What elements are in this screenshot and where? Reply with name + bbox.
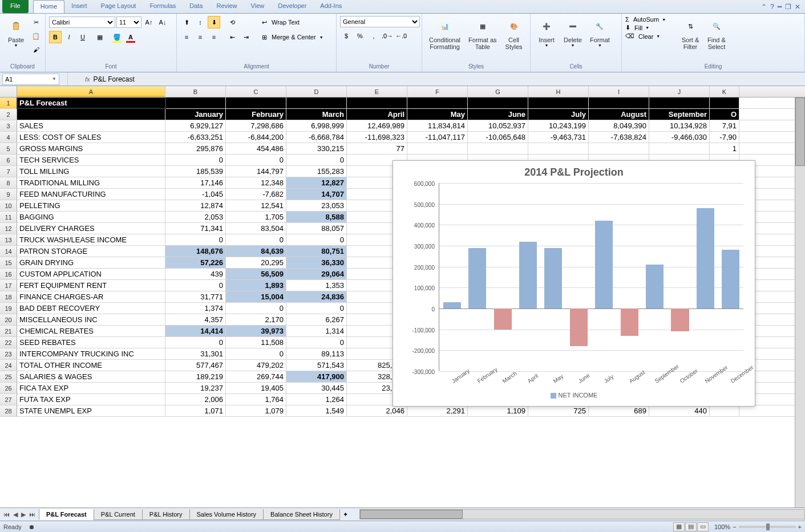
cell[interactable]: FUTA TAX EXP xyxy=(17,394,165,405)
help-icon[interactable]: ? xyxy=(770,3,774,11)
row-header[interactable]: 12 xyxy=(0,223,17,234)
cell[interactable]: 2,053 xyxy=(165,212,226,222)
cell[interactable]: 0 xyxy=(226,155,286,165)
cell[interactable]: PELLETING xyxy=(17,200,165,211)
cell[interactable]: 155,283 xyxy=(286,166,347,177)
cell[interactable]: 0 xyxy=(286,303,347,314)
cell[interactable]: 7,91 xyxy=(710,120,739,131)
tab-formulas[interactable]: Formulas xyxy=(143,0,183,13)
font-name-select[interactable]: Calibri xyxy=(49,17,115,28)
row-header[interactable]: 3 xyxy=(0,120,17,131)
cell[interactable]: TOTAL OTHER INCOME xyxy=(17,360,165,371)
page-break-view-icon[interactable]: ▭ xyxy=(697,522,709,531)
cell[interactable]: 1,705 xyxy=(226,212,286,222)
cell[interactable]: SALARIES & WAGES xyxy=(17,371,165,382)
align-right-icon[interactable]: ≡ xyxy=(208,31,220,43)
font-color-button[interactable]: A xyxy=(124,31,137,43)
tab-page-layout[interactable]: Page Layout xyxy=(94,0,143,13)
increase-decimal-icon[interactable]: .0→ xyxy=(381,30,394,42)
window-close-icon[interactable]: ✕ xyxy=(795,3,800,11)
cell[interactable]: 189,219 xyxy=(165,371,226,382)
cell[interactable] xyxy=(17,109,165,120)
cell[interactable]: GROSS MARGINS xyxy=(17,143,165,154)
cell[interactable] xyxy=(589,143,649,154)
fill-button[interactable]: ⬇ Fill▼ xyxy=(625,24,677,31)
cell[interactable]: 71,341 xyxy=(165,223,226,234)
cell[interactable]: 1,893 xyxy=(226,280,286,291)
row-header[interactable]: 4 xyxy=(0,132,17,143)
find-select-button[interactable]: 🔍Find & Select xyxy=(704,16,729,51)
row-header[interactable]: 9 xyxy=(0,189,17,200)
cell[interactable]: -7,682 xyxy=(226,189,286,200)
cell[interactable] xyxy=(165,98,226,108)
cell[interactable]: 10,052,937 xyxy=(468,120,528,131)
sheet-tab[interactable]: P&L History xyxy=(142,509,190,520)
cell[interactable]: 2,006 xyxy=(165,394,226,405)
delete-cells-button[interactable]: ➖Delete▼ xyxy=(560,16,585,48)
cell[interactable]: 144,797 xyxy=(226,166,286,177)
row-header[interactable]: 20 xyxy=(0,314,17,325)
currency-icon[interactable]: $ xyxy=(340,30,353,42)
cell[interactable]: 83,504 xyxy=(226,223,286,234)
new-sheet-icon[interactable]: ✦ xyxy=(343,511,348,518)
cell[interactable]: CUSTOM APPLICATION xyxy=(17,269,165,279)
align-center-icon[interactable]: ≡ xyxy=(194,31,207,43)
sort-filter-button[interactable]: ⇅Sort & Filter xyxy=(678,16,703,51)
cell[interactable]: 2,170 xyxy=(226,314,286,325)
cell[interactable] xyxy=(347,98,407,108)
cell[interactable]: 689 xyxy=(589,405,649,416)
cell[interactable]: 1,071 xyxy=(165,405,226,416)
zoom-out-icon[interactable]: − xyxy=(733,523,736,530)
cell[interactable]: 89,113 xyxy=(286,348,347,359)
format-painter-icon[interactable]: 🖌 xyxy=(30,43,42,56)
copy-icon[interactable]: 📋 xyxy=(30,30,42,42)
cell[interactable]: 56,509 xyxy=(226,269,286,279)
row-header[interactable]: 22 xyxy=(0,337,17,348)
cell[interactable] xyxy=(710,98,739,108)
cell[interactable]: 39,973 xyxy=(226,326,286,336)
cell[interactable]: 1,353 xyxy=(286,280,347,291)
align-middle-icon[interactable]: ↕ xyxy=(194,16,207,29)
cell[interactable]: 577,467 xyxy=(165,360,226,371)
cell[interactable]: 8,588 xyxy=(286,212,347,222)
cell[interactable]: February xyxy=(226,109,286,120)
cell[interactable]: 36,330 xyxy=(286,257,347,268)
column-header[interactable]: A xyxy=(17,86,165,97)
cell[interactable]: 84,639 xyxy=(226,246,286,257)
sheet-tab[interactable]: Sales Volume History xyxy=(189,509,264,520)
cell[interactable]: March xyxy=(286,109,347,120)
cell[interactable]: June xyxy=(468,109,528,120)
row-header[interactable]: 19 xyxy=(0,303,17,314)
fill-color-button[interactable]: 🪣 xyxy=(111,31,123,43)
cut-icon[interactable]: ✂ xyxy=(30,16,42,29)
cell[interactable]: 1 xyxy=(710,143,739,154)
cell[interactable]: 30,445 xyxy=(286,383,347,393)
cell[interactable]: 1,374 xyxy=(165,303,226,314)
font-size-select[interactable]: 11 xyxy=(116,17,141,28)
cell-styles-button[interactable]: 🎨Cell Styles xyxy=(501,16,527,51)
column-header[interactable]: I xyxy=(589,86,649,97)
row-header[interactable]: 15 xyxy=(0,257,17,268)
zoom-slider[interactable] xyxy=(739,526,796,528)
window-restore-icon[interactable]: ❐ xyxy=(785,3,791,11)
cell[interactable]: MISCELLANEOUS INC xyxy=(17,314,165,325)
cell[interactable]: FICA TAX EXP xyxy=(17,383,165,393)
percent-icon[interactable]: % xyxy=(354,30,366,42)
cell[interactable] xyxy=(649,143,710,154)
cell[interactable]: 0 xyxy=(286,337,347,348)
cell[interactable]: 11,508 xyxy=(226,337,286,348)
cell[interactable]: 1,549 xyxy=(286,405,347,416)
italic-button[interactable]: I xyxy=(63,31,75,43)
cell[interactable]: August xyxy=(589,109,649,120)
column-header[interactable]: C xyxy=(226,86,286,97)
cell[interactable]: 12,827 xyxy=(286,177,347,188)
row-header[interactable]: 2 xyxy=(0,109,17,120)
cell[interactable]: SEED REBATES xyxy=(17,337,165,348)
cell[interactable]: 330,215 xyxy=(286,143,347,154)
column-header[interactable]: K xyxy=(710,86,739,97)
tab-review[interactable]: Review xyxy=(209,0,244,13)
cell[interactable]: -11,698,323 xyxy=(347,132,407,143)
cell[interactable] xyxy=(710,405,739,416)
cell[interactable]: 1,764 xyxy=(226,394,286,405)
decrease-decimal-icon[interactable]: ←.0 xyxy=(395,30,407,42)
